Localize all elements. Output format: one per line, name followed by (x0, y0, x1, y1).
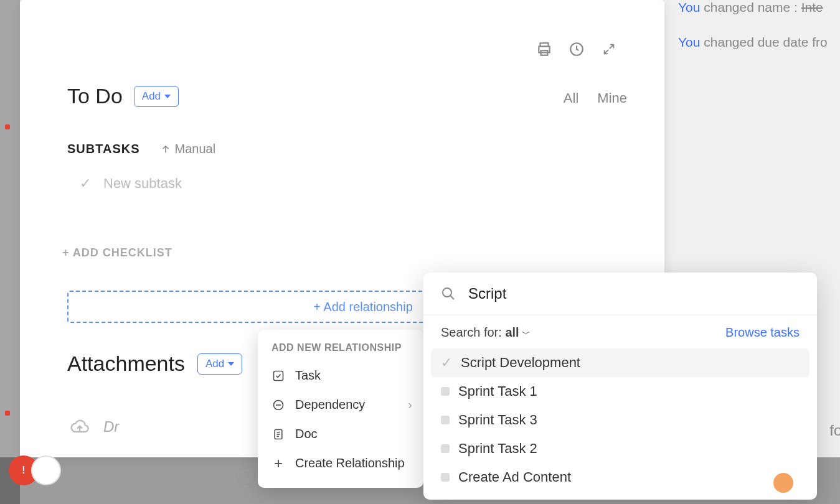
caret-down-icon (228, 362, 234, 366)
filter-mine[interactable]: Mine (597, 90, 627, 106)
assignee-avatar[interactable] (773, 473, 793, 493)
doc-icon (271, 427, 285, 441)
check-icon: ✓ (441, 357, 452, 368)
search-for-filter[interactable]: Search for: all ﹀ (441, 325, 531, 340)
subtasks-label: SUBTASKS (67, 142, 140, 156)
add-attachment-label: Add (205, 358, 224, 370)
add-checklist-button[interactable]: + ADD CHECKLIST (62, 246, 172, 259)
search-for-value: all (505, 325, 519, 339)
filter-all[interactable]: All (564, 90, 578, 106)
popup-item-label: Task (295, 368, 321, 383)
svg-point-13 (443, 288, 451, 297)
chevron-right-icon: › (408, 398, 412, 412)
truncated-text: for c (829, 422, 840, 439)
search-for-label: Search for: (441, 325, 505, 339)
add-relationship-label: + Add relationship (313, 300, 413, 314)
activity-log: You changed name : Inte You changed due … (678, 0, 840, 70)
activity-actor[interactable]: You (678, 0, 700, 14)
new-subtask-row[interactable]: ✓ New subtask (80, 175, 182, 192)
result-label: Create Ad Content (458, 469, 571, 485)
section-header: To Do Add (67, 84, 179, 108)
caret-down-icon (164, 95, 171, 98)
search-filter-row: Search for: all ﹀ Browse tasks (423, 315, 817, 346)
check-icon: ✓ (80, 175, 91, 192)
arrow-up-icon (160, 144, 171, 155)
search-result-item[interactable]: Sprint Task 3 (431, 406, 809, 434)
result-label: Script Development (461, 355, 580, 371)
attachment-drop-area[interactable]: Dr (67, 417, 119, 437)
activity-filter-tabs: All Mine (564, 90, 627, 106)
attachments-title: Attachments (67, 352, 185, 376)
add-button[interactable]: Add (134, 86, 179, 107)
add-attachment-button[interactable]: Add (197, 353, 242, 375)
add-button-label: Add (142, 90, 161, 103)
search-result-item[interactable]: Sprint Task 2 (431, 434, 809, 463)
help-icon[interactable]: ? (237, 467, 255, 485)
add-relationship-popup: ADD NEW RELATIONSHIP Task Dependency › D… (258, 330, 423, 488)
sidebar-item-dot[interactable] (5, 411, 10, 416)
activity-text: changed due date fro (700, 35, 827, 49)
activity-entry: You changed name : Inte (678, 0, 840, 15)
popup-item-label: Doc (295, 427, 318, 441)
section-title: To Do (67, 84, 123, 108)
search-icon (441, 286, 456, 301)
popup-item-doc[interactable]: Doc (258, 419, 423, 449)
activity-old-value: Inte (801, 0, 823, 14)
status-square-icon (441, 416, 450, 424)
status-square-icon (441, 387, 450, 396)
history-icon[interactable] (568, 40, 585, 58)
print-icon[interactable] (536, 40, 553, 58)
popup-item-label: Dependency (295, 398, 365, 412)
task-check-icon (271, 369, 285, 383)
status-square-icon (441, 444, 450, 453)
result-label: Sprint Task 2 (458, 441, 537, 457)
svg-rect-4 (274, 371, 283, 380)
subtasks-sort-label: Manual (175, 142, 216, 156)
status-square-icon (441, 473, 450, 482)
search-results: ✓ Script Development Sprint Task 1 Sprin… (423, 346, 817, 492)
popup-item-label: Create Relationship (295, 456, 405, 470)
subtask-placeholder: New subtask (103, 175, 182, 192)
sidebar-item-dot[interactable] (5, 124, 10, 129)
search-input-row (423, 273, 817, 315)
svg-line-14 (450, 296, 454, 299)
result-label: Sprint Task 1 (458, 383, 537, 399)
activity-text: changed name : (700, 0, 801, 14)
activity-entry: You changed due date fro (678, 35, 840, 50)
sidebar-edge (0, 0, 20, 504)
popup-header: ADD NEW RELATIONSHIP (258, 342, 423, 361)
drop-text: Dr (103, 418, 119, 436)
panel-toolbar (536, 40, 618, 58)
plus-icon (271, 457, 285, 470)
expand-icon[interactable] (600, 40, 618, 58)
search-result-item[interactable]: Create Ad Content (431, 463, 809, 492)
search-result-item[interactable]: ✓ Script Development (431, 348, 809, 377)
subtasks-header: SUBTASKS Manual (67, 142, 215, 156)
chevron-down-icon: ﹀ (522, 329, 531, 338)
user-avatar[interactable] (31, 455, 61, 485)
browse-tasks-link[interactable]: Browse tasks (725, 325, 800, 340)
activity-actor[interactable]: You (678, 35, 700, 49)
popup-item-dependency[interactable]: Dependency › (258, 390, 423, 419)
task-search-popup: Search for: all ﹀ Browse tasks ✓ Script … (423, 273, 817, 500)
cloud-upload-icon (67, 417, 92, 437)
dependency-icon (271, 398, 285, 412)
result-label: Sprint Task 3 (458, 412, 537, 428)
popup-item-create-relationship[interactable]: Create Relationship (258, 449, 423, 478)
subtasks-sort-button[interactable]: Manual (160, 142, 216, 156)
search-result-item[interactable]: Sprint Task 1 (431, 377, 809, 406)
popup-item-task[interactable]: Task (258, 361, 423, 390)
attachments-header: Attachments Add (67, 352, 242, 376)
search-input[interactable] (468, 285, 800, 302)
